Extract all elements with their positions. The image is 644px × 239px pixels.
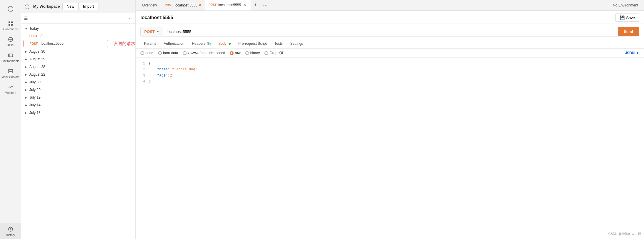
group-jul29[interactable]: ► July 29 — [21, 86, 135, 94]
tab-pre-request[interactable]: Pre-request Script — [235, 39, 270, 48]
topbar: ◯ My Workspace New Import — [21, 0, 135, 13]
option-form-data[interactable]: form-data — [158, 51, 178, 55]
code-editor[interactable]: 1 { 2 "name":"little dog", 3 "age":2 4 } — [136, 58, 644, 239]
group-today[interactable]: ▼ Today — [21, 25, 135, 32]
tab-more-button[interactable]: ⋯ — [260, 0, 271, 10]
sidebar-item-history[interactable]: History — [0, 223, 21, 239]
body-label: Body — [219, 42, 227, 46]
tab-add-button[interactable]: + — [251, 0, 260, 10]
jul14-chevron: ► — [25, 104, 28, 107]
tab-tests[interactable]: Tests — [271, 39, 286, 48]
aug29-label: August 29 — [29, 57, 45, 61]
tab-inactive-dot — [199, 4, 201, 6]
line-content-3: "age":2 — [149, 73, 172, 79]
filter-icon[interactable]: ☰ — [24, 16, 28, 21]
sidebar-item-apis[interactable]: APIs — [0, 33, 21, 49]
tab-settings[interactable]: Settings — [287, 39, 306, 48]
svg-point-11 — [12, 70, 12, 71]
group-jul30[interactable]: ► July 30 — [21, 78, 135, 86]
tab-overview[interactable]: Overview — [138, 0, 161, 10]
sidebar-item-environments[interactable]: Environments — [0, 49, 21, 65]
group-jul14[interactable]: ► July 14 — [21, 101, 135, 109]
tab-body[interactable]: Body — [215, 39, 234, 48]
tab-inactive-method: POST — [165, 4, 173, 7]
tab-environment[interactable]: No Environment — [609, 0, 642, 10]
collections-label: Collections — [3, 28, 18, 31]
save-icon: 💾 — [620, 15, 625, 20]
tab-close-button[interactable]: ✕ — [243, 3, 247, 7]
history-panel: ◯ My Workspace New Import ☰ ⋯ ▼ Today PO… — [21, 0, 136, 239]
today-label: Today — [29, 26, 39, 31]
svg-point-12 — [12, 72, 12, 73]
body-indicator — [229, 43, 231, 45]
apis-icon — [7, 36, 14, 43]
sidebar-item-mock-servers[interactable]: Mock Servers — [0, 65, 21, 81]
svg-rect-2 — [9, 24, 10, 26]
binary-label: binary — [250, 51, 260, 55]
sidebar-item-collections[interactable]: Collections — [0, 17, 21, 33]
send-button[interactable]: Send — [618, 27, 639, 36]
group-jul13[interactable]: ► July 13 — [21, 109, 135, 117]
topbar-left: ◯ My Workspace — [25, 4, 62, 9]
svg-rect-3 — [11, 24, 13, 26]
tab-inactive[interactable]: POST localhost:5555 — [161, 0, 205, 10]
aug22-chevron: ► — [25, 73, 28, 76]
code-line-2: 2 "name":"little dog", — [140, 67, 639, 72]
tab-active[interactable]: POST localhost:5555 ✕ — [205, 0, 251, 10]
group-aug30[interactable]: ► August 30 — [21, 48, 135, 55]
history-item-1-method: POST — [29, 34, 39, 38]
apis-label: APIs — [7, 44, 14, 47]
tab-headers[interactable]: Headers (8) — [188, 39, 214, 48]
option-url-encoded[interactable]: x-www-form-urlencoded — [183, 51, 225, 55]
json-chevron: ▼ — [636, 51, 639, 55]
line-content-1: { — [149, 61, 151, 67]
sidebar-item-monitors[interactable]: Monitors — [0, 81, 21, 97]
authorization-label: Authorization — [164, 42, 184, 46]
tab-authorization[interactable]: Authorization — [160, 39, 188, 48]
svg-rect-0 — [9, 21, 10, 23]
headers-badge: (8) — [207, 42, 211, 45]
new-button[interactable]: New — [62, 3, 79, 10]
option-graphql[interactable]: GraphQL — [264, 51, 284, 55]
url-input[interactable] — [163, 27, 618, 36]
method-label: POST — [144, 29, 155, 34]
environment-label: No Environment — [613, 3, 638, 7]
raw-label: raw — [235, 51, 240, 55]
group-aug22[interactable]: ► August 22 — [21, 71, 135, 78]
option-none[interactable]: none — [140, 51, 153, 55]
aug22-label: August 22 — [29, 72, 45, 77]
group-jul19[interactable]: ► July 19 — [21, 94, 135, 101]
request-title: localhost:5555 — [140, 15, 173, 20]
jul29-chevron: ► — [25, 88, 28, 92]
history-item-2[interactable]: POST localhost:5555 — [24, 40, 108, 47]
none-radio — [140, 51, 144, 55]
history-item-1-url: / — [41, 34, 41, 38]
jul14-label: July 14 — [29, 103, 41, 107]
json-select[interactable]: JSON ▼ — [625, 51, 639, 55]
environments-label: Environments — [1, 59, 19, 63]
line-num-1: 1 — [140, 61, 145, 67]
annotation: 发送的请求 — [113, 41, 135, 47]
group-aug28[interactable]: ► August 28 — [21, 63, 135, 71]
aug28-chevron: ► — [25, 65, 28, 69]
history-label: History — [6, 233, 15, 237]
raw-radio — [230, 51, 234, 55]
history-more-button[interactable]: ⋯ — [127, 15, 133, 21]
tab-params[interactable]: Params — [140, 39, 160, 48]
history-search-input[interactable] — [30, 16, 125, 20]
save-button[interactable]: 💾 Save — [615, 14, 639, 22]
option-binary[interactable]: binary — [245, 51, 260, 55]
url-encoded-radio — [183, 51, 187, 55]
jul13-chevron: ► — [25, 111, 28, 114]
import-button[interactable]: Import — [79, 3, 98, 10]
person-icon: ◯ — [25, 4, 30, 9]
request-tabs: Params Authorization Headers (8) Body Pr… — [136, 39, 644, 49]
history-item-1[interactable]: POST / — [21, 32, 135, 39]
request-area: localhost:5555 💾 Save POST ▼ Send Params… — [136, 11, 644, 239]
option-raw[interactable]: raw — [230, 51, 240, 55]
group-aug29[interactable]: ► August 29 — [21, 55, 135, 63]
method-select[interactable]: POST ▼ — [141, 27, 163, 36]
line-num-2: 2 — [140, 67, 145, 72]
url-encoded-label: x-www-form-urlencoded — [188, 51, 225, 55]
monitors-label: Monitors — [5, 91, 16, 94]
